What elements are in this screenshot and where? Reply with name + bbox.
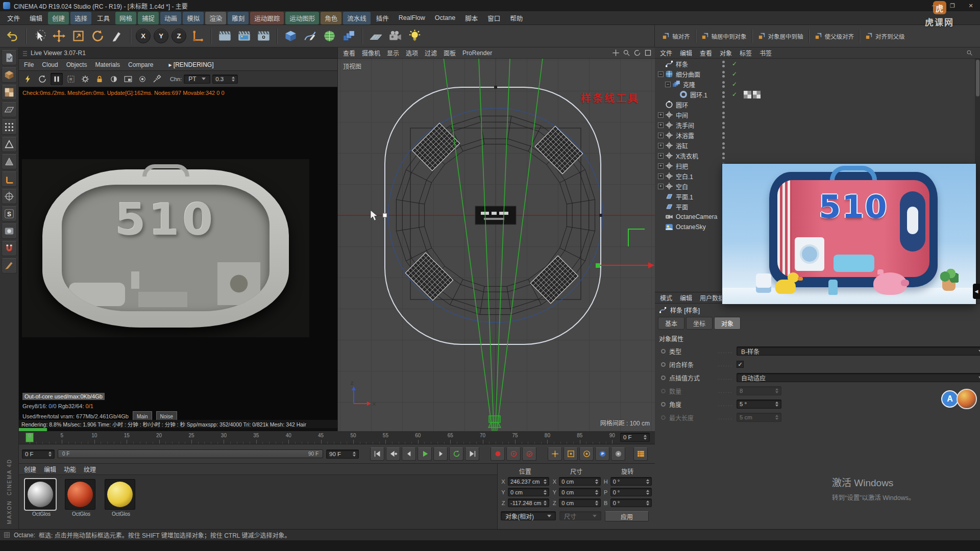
- texture-mode-icon[interactable]: [2, 85, 17, 100]
- viewport-menu-ProRender[interactable]: ProRender: [462, 49, 492, 57]
- object-row-6[interactable]: +中间: [655, 110, 975, 120]
- size-mode-dropdown[interactable]: 尺寸: [559, 511, 601, 520]
- next-frame-button[interactable]: [433, 447, 448, 461]
- coord-field-旋转-H[interactable]: 0 °: [610, 477, 652, 486]
- align-button-2[interactable]: 轴居中到对象: [698, 30, 749, 42]
- material-menu-功能[interactable]: 功能: [64, 465, 76, 473]
- object-row-5[interactable]: 圆环: [655, 99, 975, 110]
- om-menu-对象[interactable]: 对象: [720, 48, 732, 57]
- expander-icon[interactable]: +: [658, 163, 664, 169]
- track-circle-icon[interactable]: [661, 375, 666, 380]
- live-viewer-menu-materials[interactable]: Materials: [95, 61, 120, 68]
- expander-icon[interactable]: +: [658, 133, 664, 138]
- menu-item-4[interactable]: 选择: [70, 12, 91, 24]
- magnet-icon[interactable]: [2, 241, 17, 256]
- play-loop-button[interactable]: [449, 447, 463, 461]
- align-button-5[interactable]: 对齐到父级: [862, 30, 908, 42]
- cloner-tool[interactable]: [339, 27, 358, 45]
- track-circle-icon[interactable]: [661, 389, 666, 393]
- viewport-menu-查看[interactable]: 查看: [343, 48, 355, 57]
- key-pla-button[interactable]: [611, 447, 625, 461]
- object-row-1[interactable]: 样条✓: [655, 59, 975, 69]
- enabled-check-icon[interactable]: ✓: [732, 91, 737, 98]
- play-button[interactable]: [418, 447, 432, 461]
- coord-field-尺寸-X[interactable]: 0 cm: [559, 477, 600, 486]
- camera-sync-icon[interactable]: [108, 73, 120, 85]
- prev-key-button[interactable]: [386, 447, 400, 461]
- scale-tool[interactable]: [69, 27, 87, 45]
- model-mode-icon[interactable]: [2, 67, 17, 83]
- menu-item-13[interactable]: 运动图形: [285, 12, 319, 24]
- viewport-menu-选项[interactable]: 选项: [406, 48, 418, 57]
- coord-field-旋转-P[interactable]: 0 °: [610, 488, 652, 496]
- enabled-check-icon[interactable]: ✓: [732, 60, 737, 67]
- live-viewer-titlebar[interactable]: Live Viewer 3.07-R1: [19, 47, 337, 59]
- pan-icon[interactable]: [612, 49, 620, 57]
- avatar-photo[interactable]: [957, 389, 977, 409]
- live-viewer-menu-file[interactable]: File: [24, 61, 34, 68]
- align-button-1[interactable]: 轴对齐: [659, 30, 693, 42]
- menu-item-10[interactable]: 渲染: [205, 12, 226, 24]
- expander-icon[interactable]: −: [658, 71, 664, 77]
- key-rotation-button[interactable]: [579, 447, 594, 461]
- rotate-tool[interactable]: [88, 27, 107, 45]
- visibility-dots[interactable]: [722, 132, 725, 139]
- focus-picker-icon[interactable]: [136, 73, 149, 85]
- visibility-dots[interactable]: [722, 122, 725, 129]
- attribute-stepper-6[interactable]: 5 cm: [737, 413, 781, 422]
- object-row-8[interactable]: +沐浴露: [655, 130, 975, 140]
- orbit-icon[interactable]: [633, 49, 641, 57]
- live-viewer-menu-objects[interactable]: Objects: [66, 61, 87, 68]
- key-scale-button[interactable]: [564, 447, 578, 461]
- make-editable-icon[interactable]: [2, 50, 17, 65]
- material-menu-创建[interactable]: 创建: [24, 465, 36, 473]
- menu-item-1[interactable]: 文件: [3, 12, 24, 24]
- attribute-stepper-4[interactable]: 8: [737, 386, 781, 395]
- avatar-letter-badge[interactable]: A: [941, 390, 959, 408]
- menu-item-3[interactable]: 创建: [48, 12, 69, 24]
- material-item-1[interactable]: OctGlos: [25, 479, 58, 517]
- menu-item-16[interactable]: 插件: [372, 12, 393, 24]
- menu-item-8[interactable]: 动画: [160, 12, 181, 24]
- attribute-checkbox-2[interactable]: ✓: [737, 361, 744, 368]
- coord-field-尺寸-Y[interactable]: 0 cm: [559, 488, 600, 496]
- render-view-tool[interactable]: [215, 27, 234, 45]
- visibility-dots[interactable]: [722, 112, 725, 118]
- render-canvas[interactable]: Check:0ms./2ms. MeshGen:0ms. Update[G]:1…: [19, 87, 337, 431]
- snap-icon[interactable]: S: [2, 206, 17, 221]
- tab-基本[interactable]: 基本: [658, 317, 684, 330]
- object-row-9[interactable]: +浴缸: [655, 140, 975, 151]
- tab-对象[interactable]: 对象: [714, 317, 741, 330]
- enable-axis-icon[interactable]: [2, 171, 17, 187]
- track-circle-icon[interactable]: [661, 349, 666, 354]
- expander-icon[interactable]: +: [658, 173, 664, 179]
- visibility-dots[interactable]: [722, 61, 725, 67]
- menu-item-9[interactable]: 模拟: [183, 12, 204, 24]
- live-selection-tool[interactable]: [30, 27, 48, 45]
- checker-tag-icon[interactable]: [744, 91, 751, 98]
- menu-item-2[interactable]: 编辑: [26, 12, 46, 24]
- menu-item-5[interactable]: 工具: [93, 12, 114, 24]
- start-frame-field[interactable]: 0 F: [22, 449, 55, 459]
- keyframe-selection-button[interactable]: [522, 447, 536, 461]
- record-active-button[interactable]: [491, 447, 505, 461]
- menu-item-17[interactable]: RealFlow: [395, 13, 429, 23]
- checker-tag-icon[interactable]: [753, 91, 761, 98]
- coord-system-tool[interactable]: [188, 27, 207, 45]
- light-tool[interactable]: [405, 27, 424, 45]
- maximize-view-icon[interactable]: [644, 49, 652, 57]
- viewport-menu-显示[interactable]: 显示: [387, 48, 399, 57]
- object-row-7[interactable]: +洗手间: [655, 120, 975, 130]
- material-item-2[interactable]: OctGlos: [65, 479, 97, 517]
- edges-mode-icon[interactable]: [2, 137, 17, 152]
- visibility-dots[interactable]: [722, 71, 725, 78]
- viewport-menu-面板[interactable]: 面板: [444, 48, 456, 57]
- camera-tool[interactable]: [386, 27, 404, 45]
- track-circle-icon[interactable]: [661, 362, 666, 367]
- lock-resolution-icon[interactable]: [93, 73, 106, 85]
- viewport-view-label[interactable]: 顶视图: [343, 62, 361, 70]
- menu-item-15[interactable]: 流水线: [343, 12, 371, 24]
- expander-icon[interactable]: +: [658, 143, 664, 148]
- menu-item-7[interactable]: 捕捉: [138, 12, 159, 24]
- attribute-stepper-5[interactable]: 5 °: [737, 399, 781, 409]
